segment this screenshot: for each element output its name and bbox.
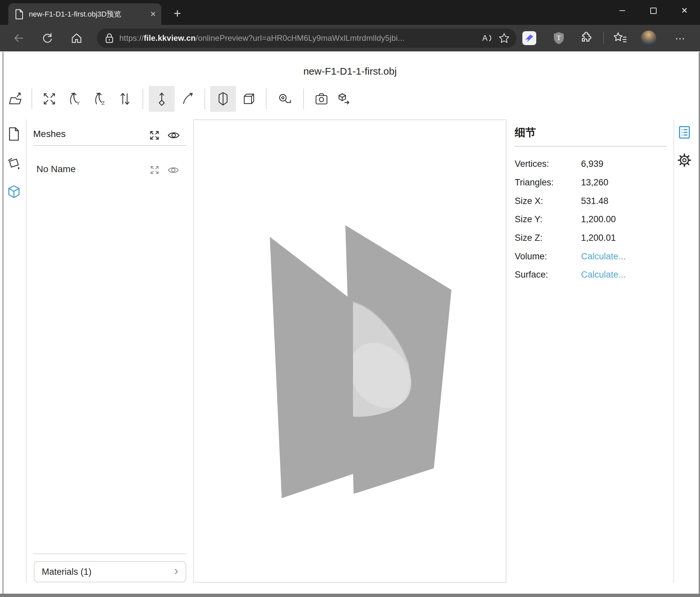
fixed-up-vector-button[interactable]	[149, 86, 175, 112]
detail-label: Volume:	[515, 252, 581, 262]
free-orbit-button[interactable]	[175, 86, 201, 112]
extension-tampermonkey-button[interactable]: T	[551, 31, 566, 45]
open-model-button[interactable]	[2, 86, 28, 112]
export-button[interactable]	[330, 86, 356, 112]
model-plane-left	[270, 237, 353, 498]
window-left-edge	[3, 52, 3, 594]
right-rail-divider	[674, 119, 674, 583]
set-y-up-icon: Y	[68, 92, 82, 106]
model-viewport[interactable]	[193, 119, 506, 583]
refresh-button[interactable]	[41, 31, 54, 45]
fit-to-window-button[interactable]	[36, 86, 62, 112]
details-rows: Vertices: 6,939 Triangles: 13,260 Size X…	[515, 155, 667, 284]
meshes-cube-icon	[7, 185, 21, 199]
close-icon: ✕	[681, 7, 688, 15]
window-right-edge	[699, 52, 700, 594]
browser-tab[interactable]: new-F1-D1-1-first.obj3D预览 ✕	[8, 3, 161, 25]
free-orbit-icon	[180, 92, 195, 106]
more-menu-button[interactable]: ⋯	[672, 31, 689, 45]
model-3d-render	[194, 120, 506, 582]
chevron-right-icon: ›	[174, 565, 178, 577]
fit-all-meshes-button[interactable]	[149, 129, 160, 141]
fixed-up-vector-icon	[154, 92, 169, 106]
new-tab-button[interactable]: +	[170, 6, 185, 21]
fit-mesh-icon	[149, 165, 160, 175]
details-panel-button[interactable]	[677, 125, 692, 140]
detail-row-size-z: Size Z: 1,200.01	[515, 229, 667, 247]
home-button[interactable]	[70, 31, 83, 45]
flip-up-vector-icon	[118, 92, 132, 106]
address-bar[interactable]: https://file.kkview.cn/onlinePreview?url…	[97, 28, 516, 48]
toolbar-separator	[143, 89, 143, 109]
extension-thunder-button[interactable]	[522, 31, 536, 45]
maximize-icon	[650, 8, 656, 14]
favorite-star-button[interactable]	[499, 32, 510, 44]
page-title: new-F1-D1-1-first.obj	[0, 66, 700, 77]
meshes-header-divider	[33, 145, 186, 146]
document-favicon-icon	[15, 9, 24, 20]
eye-icon	[167, 130, 180, 141]
details-header-divider	[515, 146, 667, 147]
detail-row-size-x: Size X: 531.48	[515, 192, 667, 210]
flip-up-vector-button[interactable]	[112, 86, 138, 112]
thunder-bird-icon	[524, 32, 535, 44]
file-icon	[7, 127, 21, 141]
window-bottom-edge	[0, 594, 700, 597]
profile-avatar[interactable]	[641, 30, 656, 46]
browser-toolbar: https://file.kkview.cn/onlinePreview?url…	[0, 25, 700, 51]
minimize-icon	[620, 10, 625, 11]
left-rail-divider	[26, 119, 26, 583]
detail-value: 13,260	[581, 177, 608, 188]
toolbar-divider	[603, 32, 604, 44]
toggle-mesh-visibility-button[interactable]	[167, 165, 179, 175]
refresh-icon	[42, 32, 53, 44]
materials-icon	[7, 157, 21, 171]
detail-value: 531.48	[581, 196, 608, 206]
tab-close-icon[interactable]: ✕	[150, 10, 156, 18]
svg-text:Y: Y	[76, 100, 79, 106]
detail-value: 6,939	[581, 159, 604, 169]
mesh-name: No Name	[36, 164, 76, 174]
measure-button[interactable]	[272, 86, 298, 112]
set-z-up-button[interactable]: Z	[87, 86, 113, 112]
minimize-button[interactable]	[606, 0, 638, 21]
set-y-up-button[interactable]: Y	[62, 86, 88, 112]
materials-divider	[33, 553, 186, 554]
snapshot-icon	[314, 92, 329, 106]
materials-button-label: Materials (1)	[42, 567, 92, 577]
settings-panel-button[interactable]	[676, 152, 693, 168]
detail-row-size-y: Size Y: 1,200.00	[515, 210, 667, 229]
fit-mesh-button[interactable]	[149, 165, 160, 175]
read-aloud-button[interactable]: A	[481, 32, 493, 44]
back-button[interactable]	[12, 31, 26, 45]
set-z-up-icon: Z	[93, 92, 107, 106]
close-button[interactable]: ✕	[669, 0, 700, 21]
detail-row-volume: Volume: Calculate...	[515, 247, 667, 266]
solid-shading-button[interactable]	[210, 86, 236, 112]
eye-icon	[167, 165, 179, 175]
lock-icon	[105, 33, 114, 44]
url-text: https://file.kkview.cn/onlinePreview?url…	[119, 33, 405, 43]
rail-item-files[interactable]	[7, 127, 21, 141]
tab-strip: new-F1-D1-1-first.obj3D预览 ✕ + ✕	[0, 0, 700, 25]
rail-item-meshes[interactable]	[7, 184, 21, 199]
puzzle-icon	[580, 32, 592, 44]
details-list-icon	[678, 126, 691, 139]
calculate-surface-link[interactable]: Calculate...	[581, 270, 626, 280]
detail-label: Triangles:	[515, 177, 581, 188]
toggle-all-visibility-button[interactable]	[167, 130, 180, 141]
maximize-button[interactable]	[638, 0, 669, 21]
calculate-volume-link[interactable]: Calculate...	[581, 252, 626, 262]
detail-value: 1,200.01	[581, 233, 616, 243]
outline-shading-icon	[241, 92, 255, 106]
detail-label: Size Y:	[515, 214, 581, 224]
toolbar-separator	[31, 89, 32, 109]
outline-shading-button[interactable]	[235, 86, 261, 112]
favorites-hub-button[interactable]	[612, 31, 628, 45]
meshes-panel-title: Meshes	[33, 129, 66, 139]
materials-button[interactable]: Materials (1) ›	[34, 561, 186, 582]
rail-item-materials[interactable]	[7, 157, 21, 171]
extensions-button[interactable]	[579, 31, 593, 45]
detail-row-surface: Surface: Calculate...	[515, 266, 667, 284]
url-scheme: https://	[119, 33, 144, 43]
